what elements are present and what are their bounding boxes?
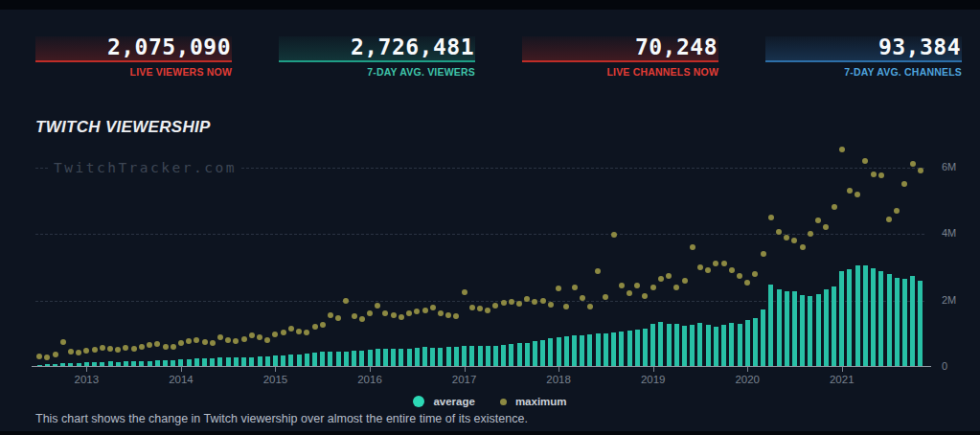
dot-maximum[interactable] [36,354,42,359]
bar-average[interactable] [863,265,868,366]
bar-average[interactable] [273,355,278,366]
dot-maximum[interactable] [516,301,522,307]
bar-average[interactable] [768,285,773,366]
dot-maximum[interactable] [233,338,239,344]
dot-maximum[interactable] [241,336,247,342]
bar-average[interactable] [564,336,569,366]
dot-maximum[interactable] [737,273,742,279]
bar-average[interactable] [391,349,396,366]
bar-average[interactable] [100,362,104,367]
bar-average[interactable] [454,347,459,366]
bar-average[interactable] [493,346,498,367]
bar-average[interactable] [281,355,285,366]
dot-maximum[interactable] [68,349,74,355]
bar-average[interactable] [674,324,679,366]
bar-average[interactable] [320,352,325,366]
dot-maximum[interactable] [611,232,617,238]
dot-maximum[interactable] [910,161,916,167]
bar-average[interactable] [376,349,380,366]
dot-maximum[interactable] [225,337,231,343]
dot-maximum[interactable] [186,338,192,344]
dot-maximum[interactable] [320,322,326,328]
dot-maximum[interactable] [430,305,436,310]
bar-average[interactable] [824,289,829,367]
dot-maximum[interactable] [595,268,601,274]
bar-average[interactable] [777,289,782,367]
bar-average[interactable] [399,349,403,366]
dot-maximum[interactable] [619,283,625,288]
dot-maximum[interactable] [367,310,373,316]
dot-maximum[interactable] [650,285,656,290]
dot-maximum[interactable] [406,310,412,316]
bar-average[interactable] [557,337,561,366]
dot-maximum[interactable] [469,305,475,310]
dot-maximum[interactable] [304,330,309,335]
bar-average[interactable] [729,323,734,366]
bar-average[interactable] [501,345,506,366]
dot-maximum[interactable] [249,332,255,338]
dot-maximum[interactable] [53,352,58,357]
bar-average[interactable] [738,324,742,366]
dot-maximum[interactable] [131,346,137,352]
dot-maximum[interactable] [107,346,113,352]
bar-average[interactable] [415,348,420,366]
dot-maximum[interactable] [603,294,608,300]
dot-maximum[interactable] [587,304,593,309]
bar-average[interactable] [816,294,821,366]
dot-maximum[interactable] [171,344,176,350]
bar-average[interactable] [878,271,883,366]
dot-maximum[interactable] [328,312,333,318]
bar-average[interactable] [650,324,655,366]
dot-maximum[interactable] [76,350,81,355]
bar-average[interactable] [785,291,789,366]
dot-maximum[interactable] [272,332,278,337]
dot-maximum[interactable] [791,238,797,243]
bar-average[interactable] [297,355,302,366]
bar-average[interactable] [855,265,860,366]
bar-average[interactable] [525,343,530,366]
bar-average[interactable] [871,268,876,366]
dot-maximum[interactable] [123,345,128,351]
dot-maximum[interactable] [673,285,679,290]
dot-maximum[interactable] [154,341,160,347]
bar-average[interactable] [887,274,892,366]
dot-maximum[interactable] [281,330,286,335]
dot-maximum[interactable] [453,313,459,319]
bar-average[interactable] [77,363,81,366]
dot-maximum[interactable] [823,224,829,230]
bar-average[interactable] [745,320,750,366]
bar-average[interactable] [478,346,483,366]
bar-average[interactable] [682,326,687,366]
dot-maximum[interactable] [855,192,860,197]
bar-average[interactable] [635,330,640,366]
bar-average[interactable] [714,327,718,366]
dot-maximum[interactable] [44,355,50,360]
dot-maximum[interactable] [414,309,420,314]
dot-maximum[interactable] [352,313,357,319]
bar-average[interactable] [194,358,199,366]
bar-average[interactable] [422,347,427,366]
dot-maximum[interactable] [202,339,208,345]
bar-average[interactable] [249,357,254,366]
bar-average[interactable] [92,362,97,366]
bar-average[interactable] [241,357,246,366]
bar-average[interactable] [486,346,490,366]
bar-average[interactable] [469,346,474,367]
dot-maximum[interactable] [335,315,341,321]
dot-maximum[interactable] [477,306,483,311]
dot-maximum[interactable] [509,299,514,305]
stat-box[interactable]: 93,384 7-DAY AVG. CHANNELS [765,36,962,78]
bar-average[interactable] [234,357,239,366]
dot-maximum[interactable] [501,300,507,306]
bar-average[interactable] [210,358,215,366]
dot-maximum[interactable] [217,334,223,340]
bar-average[interactable] [792,291,797,366]
bar-average[interactable] [902,279,907,366]
bar-average[interactable] [627,331,632,366]
bar-average[interactable] [895,278,900,366]
dot-maximum[interactable] [634,283,640,288]
dot-maximum[interactable] [210,340,216,346]
dot-maximum[interactable] [257,334,262,340]
dot-maximum[interactable] [666,273,672,279]
dot-maximum[interactable] [690,244,695,250]
